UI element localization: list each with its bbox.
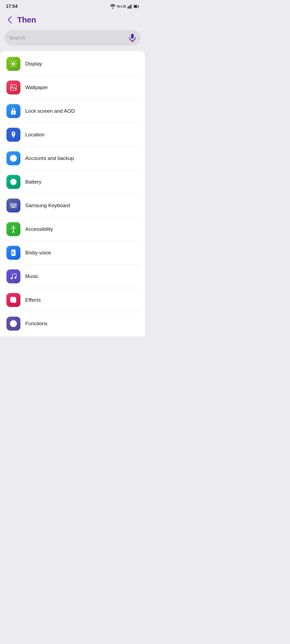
svg-rect-26 bbox=[10, 205, 12, 206]
menu-list: Display Wallpaper Lock screen and AOD Lo… bbox=[0, 51, 145, 336]
display-icon bbox=[6, 57, 20, 71]
bixby-label: Bixby voice bbox=[25, 250, 51, 256]
wallpaper-icon bbox=[6, 80, 20, 94]
effects-icon bbox=[6, 293, 20, 307]
svg-rect-2 bbox=[129, 6, 129, 9]
battery-status-icon bbox=[134, 4, 139, 9]
svg-point-15 bbox=[13, 112, 14, 113]
svg-rect-3 bbox=[130, 5, 130, 9]
svg-rect-23 bbox=[12, 204, 13, 204]
svg-point-11 bbox=[12, 63, 15, 65]
display-label: Display bbox=[25, 61, 42, 67]
status-bar: 17:54 VO LTE bbox=[0, 0, 145, 11]
svg-point-16 bbox=[13, 133, 14, 134]
menu-item-keyboard[interactable]: Samsung Keyboard bbox=[0, 194, 145, 217]
search-container: Search bbox=[0, 30, 145, 51]
functions-label: Functions bbox=[25, 321, 47, 327]
accessibility-label: Accessibility bbox=[25, 226, 53, 232]
menu-item-location[interactable]: Location bbox=[0, 123, 145, 147]
functions-icon bbox=[6, 317, 20, 331]
music-icon bbox=[6, 269, 20, 283]
svg-rect-6 bbox=[138, 6, 139, 7]
mic-icon[interactable] bbox=[129, 34, 136, 42]
svg-rect-24 bbox=[14, 204, 15, 204]
search-bar[interactable]: Search bbox=[4, 30, 141, 46]
back-button[interactable] bbox=[4, 14, 15, 25]
svg-point-13 bbox=[12, 86, 13, 87]
svg-rect-8 bbox=[131, 34, 134, 39]
search-placeholder: Search bbox=[9, 35, 126, 41]
accounts-label: Accounts and backup bbox=[25, 155, 74, 161]
svg-point-34 bbox=[15, 277, 16, 279]
menu-item-display[interactable]: Display bbox=[0, 52, 145, 76]
svg-rect-7 bbox=[134, 6, 137, 8]
menu-item-effects[interactable]: Effects bbox=[0, 288, 145, 312]
svg-rect-4 bbox=[131, 5, 132, 9]
wifi-icon bbox=[110, 4, 115, 9]
music-label: Music bbox=[25, 273, 39, 279]
menu-item-accounts[interactable]: Accounts and backup bbox=[0, 147, 145, 170]
status-icons: VO LTE bbox=[110, 4, 139, 9]
battery-icon: ⟳ bbox=[6, 175, 20, 189]
location-icon bbox=[6, 128, 20, 142]
menu-item-functions[interactable]: Functions bbox=[0, 312, 145, 335]
wallpaper-label: Wallpaper bbox=[25, 85, 48, 90]
lockscreen-label: Lock screen and AOD bbox=[25, 108, 75, 114]
keyboard-icon bbox=[6, 199, 20, 213]
svg-rect-27 bbox=[12, 205, 13, 206]
svg-rect-29 bbox=[15, 205, 16, 206]
battery-label: Battery bbox=[25, 179, 41, 185]
svg-rect-35 bbox=[11, 297, 16, 302]
menu-item-lockscreen[interactable]: Lock screen and AOD bbox=[0, 99, 145, 123]
menu-item-battery[interactable]: ⟳ Battery bbox=[0, 170, 145, 194]
effects-label: Effects bbox=[25, 297, 41, 303]
bixby-icon: B bbox=[6, 246, 20, 260]
svg-point-38 bbox=[13, 323, 15, 325]
location-label: Location bbox=[25, 132, 45, 138]
signal-icon bbox=[128, 4, 132, 9]
header: Then bbox=[0, 11, 145, 30]
keyboard-label: Samsung Keyboard bbox=[25, 203, 70, 208]
svg-rect-12 bbox=[11, 85, 16, 90]
svg-rect-22 bbox=[10, 204, 12, 204]
lockscreen-icon bbox=[6, 104, 20, 118]
svg-text:B: B bbox=[12, 251, 15, 255]
menu-item-wallpaper[interactable]: Wallpaper bbox=[0, 76, 145, 99]
svg-point-0 bbox=[112, 8, 113, 9]
svg-rect-28 bbox=[14, 205, 15, 206]
menu-item-accessibility[interactable]: Accessibility bbox=[0, 217, 145, 241]
svg-rect-25 bbox=[15, 204, 16, 204]
svg-rect-1 bbox=[128, 7, 128, 9]
svg-point-33 bbox=[11, 277, 13, 279]
accounts-icon bbox=[6, 151, 20, 165]
menu-item-bixby[interactable]: B Bixby voice bbox=[0, 241, 145, 265]
accessibility-icon bbox=[6, 222, 20, 236]
svg-point-31 bbox=[13, 226, 14, 227]
menu-item-music[interactable]: Music bbox=[0, 265, 145, 288]
status-time: 17:54 bbox=[6, 4, 17, 9]
volte-icon: VO LTE bbox=[117, 5, 126, 8]
page-title: Then bbox=[17, 15, 36, 24]
svg-rect-30 bbox=[11, 207, 16, 207]
